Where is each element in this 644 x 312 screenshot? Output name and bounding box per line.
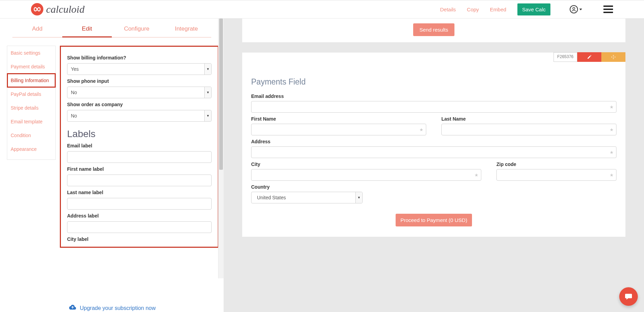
editor-tabs: Add Edit Configure Integrate	[0, 19, 224, 37]
sidebar-item-stripe[interactable]: Stripe details	[7, 101, 55, 115]
show-company-select[interactable]: No	[67, 110, 212, 122]
settings-sidebar: Basic settings Payment details Billing I…	[7, 46, 56, 160]
chat-icon	[624, 292, 633, 301]
sidebar-item-condition[interactable]: Condition	[7, 129, 55, 142]
pv-lastname-input[interactable]	[441, 124, 616, 135]
field-id-badge: F265376	[554, 52, 577, 62]
show-company-label: Show order as company	[67, 102, 212, 107]
email-label-input[interactable]	[67, 151, 212, 163]
star-icon: ★	[474, 172, 479, 178]
user-menu[interactable]	[561, 5, 582, 13]
sidebar-item-paypal[interactable]: PayPal details	[7, 87, 55, 101]
panel-title: Payments Field	[251, 77, 621, 87]
pv-email-input[interactable]	[251, 101, 616, 113]
move-icon	[611, 55, 616, 59]
billing-form: Show billing information? Yes ▼ Show pho…	[60, 46, 219, 248]
last-name-label-label: Last name label	[67, 190, 212, 195]
pv-zip-label: Zip code	[496, 161, 616, 167]
last-name-label-input[interactable]	[67, 198, 212, 210]
sidebar-item-basic[interactable]: Basic settings	[7, 46, 55, 60]
pv-address-label: Address	[251, 139, 616, 144]
preview-column: Send results F265376 Payments Field Emai…	[224, 19, 644, 312]
tab-edit[interactable]: Edit	[62, 19, 112, 37]
pv-city-label: City	[251, 161, 481, 167]
caret-down-icon	[579, 9, 582, 10]
menu-button[interactable]	[603, 5, 613, 13]
tab-add[interactable]: Add	[12, 19, 62, 37]
pv-email-label: Email address	[251, 93, 616, 99]
address-label-input[interactable]	[67, 221, 212, 233]
pv-zip-input[interactable]	[496, 169, 616, 181]
nav-copy[interactable]: Copy	[467, 7, 479, 12]
logo-text: calculoid	[46, 3, 85, 15]
avatar-icon	[570, 5, 578, 13]
star-icon: ★	[610, 104, 614, 110]
svg-point-0	[573, 8, 575, 10]
chat-widget-button[interactable]	[619, 287, 638, 306]
top-links: Details Copy Embed Save Calc	[440, 3, 613, 15]
first-name-label-input[interactable]	[67, 175, 212, 186]
top-bar: calculoid Details Copy Embed Save Calc	[0, 0, 644, 19]
sidebar-item-billing[interactable]: Billing Information	[7, 74, 55, 87]
save-calc-button[interactable]: Save Calc	[517, 3, 550, 15]
cloud-upload-icon	[69, 304, 76, 312]
nav-details[interactable]: Details	[440, 7, 456, 12]
upgrade-link[interactable]: Upgrade your subscription now	[80, 305, 156, 311]
send-results-strip: Send results	[242, 19, 625, 42]
move-field-button[interactable]	[601, 52, 625, 62]
pv-firstname-label: First Name	[251, 116, 426, 122]
editor-column: Add Edit Configure Integrate Basic setti…	[0, 19, 224, 312]
city-label-label: City label	[67, 236, 212, 242]
labels-heading: Labels	[67, 129, 212, 140]
logo-mark-icon	[31, 3, 43, 15]
show-phone-select[interactable]: No	[67, 87, 212, 98]
star-icon: ★	[610, 127, 614, 132]
address-label-label: Address label	[67, 213, 212, 219]
nav-embed[interactable]: Embed	[490, 7, 506, 12]
sidebar-item-payment[interactable]: Payment details	[7, 60, 55, 74]
first-name-label-label: First name label	[67, 166, 212, 172]
pv-address-input[interactable]	[251, 146, 616, 158]
email-label-label: Email label	[67, 143, 212, 148]
sidebar-item-email[interactable]: Email template	[7, 115, 55, 129]
scrollbar-thumb[interactable]	[219, 19, 223, 170]
show-billing-label: Show billing information?	[67, 55, 212, 60]
pencil-icon	[587, 55, 592, 59]
tab-configure[interactable]: Configure	[112, 19, 162, 37]
logo[interactable]: calculoid	[31, 3, 85, 15]
pv-country-label: Country	[251, 184, 616, 190]
send-results-button[interactable]: Send results	[413, 23, 454, 36]
star-icon: ★	[610, 150, 614, 155]
sidebar-item-appearance[interactable]: Appearance	[7, 142, 55, 156]
edit-field-button[interactable]	[577, 52, 601, 62]
star-icon: ★	[610, 172, 614, 178]
pv-country-select[interactable]: United States	[251, 192, 363, 203]
tab-integrate[interactable]: Integrate	[162, 19, 212, 37]
payments-panel: F265376 Payments Field Email address ★ F	[242, 53, 625, 237]
show-phone-label: Show phone input	[67, 78, 212, 84]
proceed-payment-button[interactable]: Proceed to Payment (0 USD)	[396, 214, 472, 226]
pv-lastname-label: Last Name	[441, 116, 616, 122]
pv-firstname-input[interactable]	[251, 124, 426, 135]
pv-city-input[interactable]	[251, 169, 481, 181]
star-icon: ★	[419, 127, 423, 132]
panel-toolbar: F265376	[554, 52, 625, 62]
show-billing-select[interactable]: Yes	[67, 63, 212, 75]
upgrade-row: Upgrade your subscription now	[0, 299, 224, 312]
scrollbar[interactable]	[218, 19, 224, 278]
